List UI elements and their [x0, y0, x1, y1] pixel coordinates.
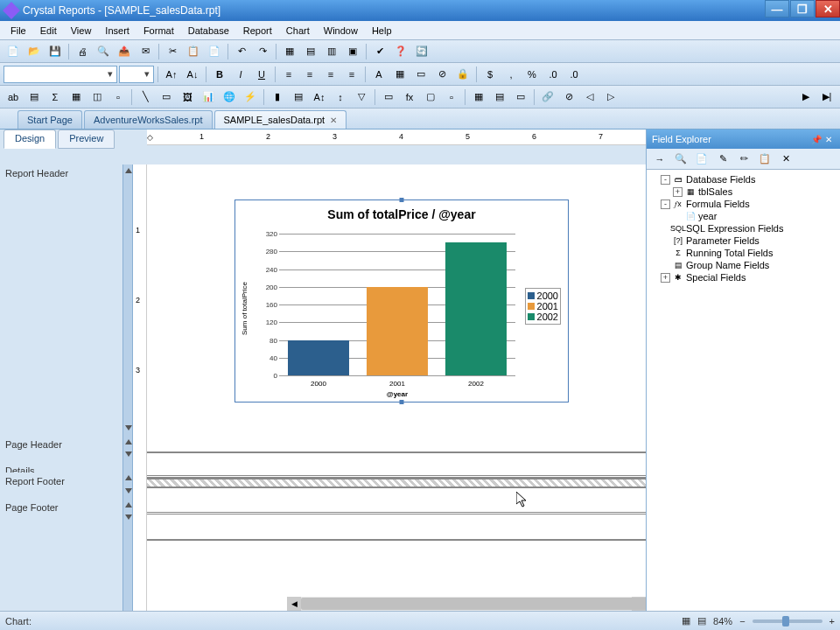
font-color-icon[interactable]: A	[369, 65, 388, 84]
close-panel-icon[interactable]: ✕	[822, 135, 835, 144]
insert-summary-icon[interactable]: Σ	[46, 88, 65, 107]
section-report-footer[interactable]: Report Footer	[0, 472, 122, 499]
collapse-icon[interactable]: -	[661, 175, 670, 185]
menu-insert[interactable]: Insert	[98, 23, 136, 38]
menu-edit[interactable]: Edit	[33, 23, 64, 38]
object-combo[interactable]: ▾	[4, 66, 117, 83]
insert-box-icon[interactable]: ▭	[157, 88, 176, 107]
section-page-footer[interactable]: Page Footer	[0, 499, 122, 525]
menu-format[interactable]: Format	[136, 23, 181, 38]
currency-icon[interactable]: $	[480, 65, 500, 84]
insert-special-field-icon[interactable]: ▮	[268, 88, 287, 107]
field-tree[interactable]: -🗃Database Fields+▦tblSales-𝑓xFormula Fi…	[647, 170, 840, 611]
menu-chart[interactable]: Chart	[279, 23, 317, 38]
thousands-icon[interactable]: ,	[501, 65, 521, 84]
expand-icon[interactable]: +	[673, 187, 682, 197]
scroll-left-icon[interactable]: ◀	[287, 597, 301, 611]
rename-field-icon[interactable]: ✏	[734, 150, 753, 169]
insert-group-icon[interactable]: ▤	[24, 88, 44, 107]
mail-icon[interactable]: ✉	[136, 42, 155, 61]
highlighting-expert-icon[interactable]: ▦	[469, 88, 488, 107]
insert-olap-icon[interactable]: ◫	[88, 88, 107, 107]
insert-line-icon[interactable]: ╲	[136, 88, 155, 107]
menu-window[interactable]: Window	[317, 23, 365, 38]
template-expert-icon[interactable]: ▢	[421, 88, 440, 107]
check-icon[interactable]: ✔	[370, 42, 389, 61]
tree-item-formula-fields[interactable]: -𝑓xFormula Fields	[648, 198, 838, 210]
copy-icon[interactable]: 📋	[184, 42, 203, 61]
tree-item-year[interactable]: 📄year	[648, 210, 838, 222]
insert-flash-icon[interactable]: ⚡	[241, 88, 260, 107]
menu-view[interactable]: View	[64, 23, 99, 38]
align-left-icon[interactable]: ≡	[279, 65, 298, 84]
report-explorer-icon[interactable]: ▥	[322, 42, 341, 61]
tree-item-database-fields[interactable]: -🗃Database Fields	[648, 173, 838, 186]
insert-chart-icon[interactable]: 📊	[199, 88, 218, 107]
delete-field-icon[interactable]: ✕	[776, 150, 795, 169]
tree-item-running-total-fields[interactable]: ΣRunning Total Fields	[648, 247, 838, 259]
duplicate-field-icon[interactable]: 📋	[755, 150, 774, 169]
field-explorer-header[interactable]: Field Explorer 📌 ✕	[647, 130, 840, 149]
expand-icon[interactable]: +	[661, 273, 670, 283]
zoom-out-icon[interactable]: −	[739, 616, 745, 626]
check-dep-icon[interactable]: 🔗	[538, 88, 557, 107]
report-options-icon[interactable]: ▤	[490, 88, 509, 107]
tab-adventureworks[interactable]: AdventureWorksSales.rpt	[84, 110, 213, 129]
arrow-left-icon[interactable]: ◁	[580, 88, 599, 107]
insert-text-icon[interactable]: ab	[4, 88, 23, 107]
insert-picture-icon[interactable]: 🖼	[178, 88, 197, 107]
italic-icon[interactable]: I	[231, 65, 250, 84]
insert-subreport-icon[interactable]: ▫	[108, 88, 128, 107]
save-icon[interactable]: 💾	[46, 42, 65, 61]
suppress-icon[interactable]: ⊘	[432, 65, 452, 84]
minimize-button[interactable]: —	[765, 0, 789, 18]
decrease-decimal-icon[interactable]: .0	[564, 65, 584, 84]
refresh-icon[interactable]: 🔄	[412, 42, 431, 61]
outside-borders-icon[interactable]: ▭	[411, 65, 430, 84]
preview-tab[interactable]: Preview	[58, 130, 115, 149]
print-icon[interactable]: 🖨	[73, 42, 92, 61]
select-expert-icon[interactable]: ▽	[352, 88, 371, 107]
cut-icon[interactable]: ✂	[163, 42, 182, 61]
arrow-right-icon[interactable]: ▷	[601, 88, 620, 107]
pin-icon[interactable]: 📌	[810, 135, 822, 144]
section-details[interactable]: Details	[0, 462, 122, 472]
paste-icon[interactable]: 📄	[205, 42, 224, 61]
toggle-group-icon[interactable]: ▦	[280, 42, 299, 61]
redo-icon[interactable]: ↷	[253, 42, 272, 61]
print-preview-icon[interactable]: 🔍	[94, 42, 113, 61]
layout-mode-icon[interactable]: ▤	[697, 615, 706, 626]
chart-expert-icon[interactable]: ▭	[379, 88, 398, 107]
edit-field-icon[interactable]: ✎	[713, 150, 732, 169]
new-field-icon[interactable]: 📄	[692, 150, 711, 169]
menu-file[interactable]: File	[4, 23, 33, 38]
lock-format-icon[interactable]: 🔒	[453, 65, 472, 84]
restore-button[interactable]: ❐	[790, 0, 815, 18]
insert-map-icon[interactable]: 🌐	[220, 88, 239, 107]
section-expert-icon[interactable]: ▤	[289, 88, 308, 107]
underline-icon[interactable]: U	[252, 65, 271, 84]
borders-icon[interactable]: ▦	[390, 65, 410, 84]
tab-sample-salesdata[interactable]: SAMPLE_salesData.rpt✕	[214, 110, 347, 129]
menu-report[interactable]: Report	[236, 23, 279, 38]
sort-groups-icon[interactable]: ↕	[331, 88, 350, 107]
new-icon[interactable]: 📄	[4, 42, 23, 61]
design-canvas[interactable]: Sum of totalPrice / @year Sum of totalPr…	[147, 164, 646, 611]
tree-item-tblsales[interactable]: +▦tblSales	[648, 186, 838, 198]
page-setup-icon[interactable]: ▭	[511, 88, 530, 107]
align-center-icon[interactable]: ≡	[300, 65, 319, 84]
layout-icon[interactable]: ▦	[682, 615, 690, 626]
section-report-header[interactable]: Report Header	[0, 164, 122, 436]
tree-item-special-fields[interactable]: +✱Special Fields	[648, 271, 838, 284]
align-justify-icon[interactable]: ≡	[342, 65, 361, 84]
undo-icon[interactable]: ↶	[232, 42, 251, 61]
nav-next-icon[interactable]: ▶	[796, 88, 816, 107]
close-button[interactable]: ✕	[816, 0, 840, 18]
zoom-in-icon[interactable]: +	[830, 616, 835, 626]
help-icon[interactable]: ❓	[391, 42, 410, 61]
nav-last-icon[interactable]: ▶|	[817, 88, 836, 107]
zoom-slider[interactable]	[752, 620, 822, 623]
browse-icon[interactable]: 🔍	[671, 150, 690, 169]
increase-decimal-icon[interactable]: .0	[543, 65, 563, 84]
tab-start-page[interactable]: Start Page	[18, 110, 82, 129]
